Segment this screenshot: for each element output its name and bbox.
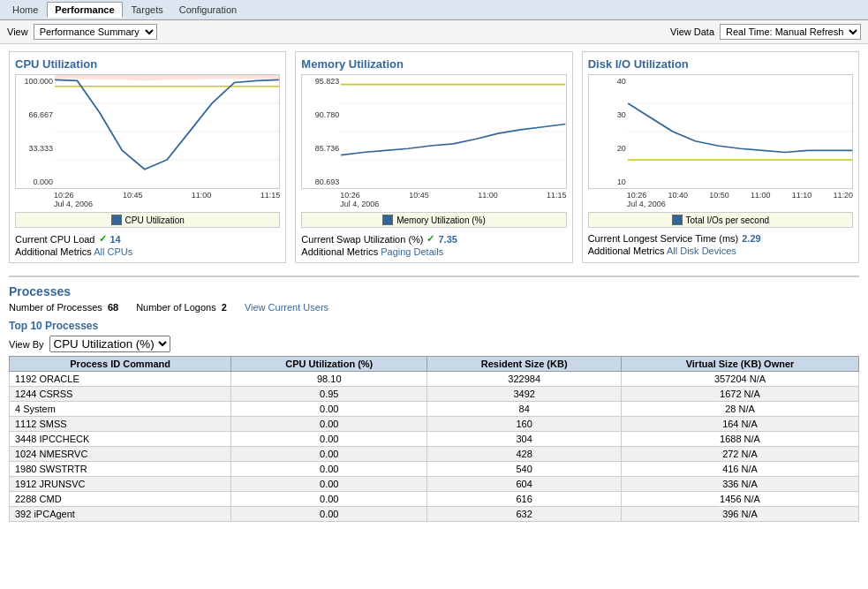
nav-tab-configuration[interactable]: Configuration bbox=[172, 3, 244, 17]
cpu-metric-label: Current CPU Load bbox=[15, 234, 95, 245]
table-cell-virtual_owner: 272 N/A bbox=[622, 447, 859, 462]
disk-additional-link[interactable]: All Disk Devices bbox=[667, 245, 736, 256]
processes-count-label: Number of Processes 68 bbox=[9, 302, 118, 313]
memory-x-labels: 10:26 10:45 11:00 11:15 bbox=[301, 189, 566, 200]
disk-metric-value[interactable]: 2.29 bbox=[742, 233, 760, 244]
disk-svg-area bbox=[628, 75, 852, 188]
memory-svg-area bbox=[341, 75, 565, 188]
disk-chart-title: Disk I/O Utilization bbox=[588, 57, 853, 71]
table-cell-virtual_owner: 28 N/A bbox=[622, 402, 859, 417]
table-cell-resident: 604 bbox=[427, 477, 622, 492]
view-current-users-link[interactable]: View Current Users bbox=[245, 302, 328, 313]
table-row: 392 iPCAgent0.00632396 N/A bbox=[10, 507, 859, 522]
nav-tab-home[interactable]: Home bbox=[5, 3, 45, 17]
table-row: 1112 SMSS0.00160164 N/A bbox=[10, 417, 859, 432]
processes-section-title: Processes bbox=[9, 284, 859, 298]
cpu-legend-label: CPU Utilization bbox=[125, 215, 185, 225]
main-content: CPU Utilization 100.000 66.667 33.333 0.… bbox=[0, 44, 868, 529]
memory-legend-color bbox=[382, 215, 393, 225]
table-cell-pid_cmd: 1912 JRUNSVC bbox=[10, 477, 231, 492]
table-header-row: Process ID Command CPU Utilization (%) R… bbox=[10, 357, 859, 372]
table-cell-pid_cmd: 4 System bbox=[10, 402, 231, 417]
view-by-label: View By bbox=[9, 339, 44, 350]
table-cell-resident: 3492 bbox=[427, 387, 622, 402]
table-row: 4 System0.008428 N/A bbox=[10, 402, 859, 417]
table-cell-cpu: 0.00 bbox=[231, 402, 427, 417]
table-row: 3448 IPCCHECK0.003041688 N/A bbox=[10, 432, 859, 447]
table-cell-pid_cmd: 1244 CSRSS bbox=[10, 387, 231, 402]
disk-metric-label: Current Longest Service Time (ms) bbox=[588, 233, 739, 244]
table-cell-virtual_owner: 1456 N/A bbox=[622, 492, 859, 507]
view-by-select[interactable]: CPU Utilization (%)MemoryVirtual Size bbox=[49, 336, 170, 352]
view-label: View bbox=[7, 26, 28, 37]
table-cell-resident: 160 bbox=[427, 417, 622, 432]
disk-metric: Current Longest Service Time (ms) 2.29 bbox=[588, 233, 853, 244]
cpu-x-labels: 10:26 10:45 11:00 11:15 bbox=[15, 189, 280, 200]
table-cell-cpu: 98.10 bbox=[231, 372, 427, 387]
toolbar-left: View Performance Summary bbox=[7, 24, 157, 40]
table-cell-virtual_owner: 164 N/A bbox=[622, 417, 859, 432]
cpu-y-labels: 100.000 66.667 33.333 0.000 bbox=[16, 75, 55, 188]
table-cell-cpu: 0.00 bbox=[231, 507, 427, 522]
cpu-additional-link[interactable]: All CPUs bbox=[94, 246, 132, 257]
table-row: 1192 ORACLE98.10322984357204 N/A bbox=[10, 372, 859, 387]
charts-row: CPU Utilization 100.000 66.667 33.333 0.… bbox=[9, 51, 859, 263]
memory-additional-link[interactable]: Paging Details bbox=[381, 246, 443, 257]
memory-date: Jul 4, 2006 bbox=[301, 200, 566, 208]
cpu-metric-value[interactable]: 14 bbox=[110, 234, 121, 245]
logons-count-value: 2 bbox=[222, 302, 227, 313]
col-header-virtual: Virtual Size (KB) Owner bbox=[622, 357, 859, 372]
cpu-chart-area: 100.000 66.667 33.333 0.000 bbox=[15, 74, 280, 189]
col-header-cpu: CPU Utilization (%) bbox=[231, 357, 427, 372]
table-cell-resident: 616 bbox=[427, 492, 622, 507]
nav-tab-targets[interactable]: Targets bbox=[125, 3, 170, 17]
memory-legend: Memory Utilization (%) bbox=[301, 212, 566, 228]
table-cell-virtual_owner: 336 N/A bbox=[622, 477, 859, 492]
table-row: 1912 JRUNSVC0.00604336 N/A bbox=[10, 477, 859, 492]
toolbar-right: View Data Real Time: Manual Refresh bbox=[670, 24, 861, 40]
col-header-pid-cmd: Process ID Command bbox=[10, 357, 231, 372]
table-cell-resident: 322984 bbox=[427, 372, 622, 387]
memory-metric-value[interactable]: 7.35 bbox=[438, 234, 457, 245]
table-cell-resident: 632 bbox=[427, 507, 622, 522]
table-cell-pid_cmd: 2288 CMD bbox=[10, 492, 231, 507]
cpu-svg-area bbox=[55, 75, 279, 188]
table-row: 1980 SWSTRTR0.00540416 N/A bbox=[10, 462, 859, 477]
view-select[interactable]: Performance Summary bbox=[34, 24, 157, 40]
processes-count-value: 68 bbox=[108, 302, 118, 313]
table-cell-cpu: 0.00 bbox=[231, 432, 427, 447]
memory-additional-metrics: Additional Metrics Paging Details bbox=[301, 246, 566, 257]
nav-tab-performance[interactable]: Performance bbox=[47, 2, 122, 18]
cpu-metric: Current CPU Load ✓ 14 bbox=[15, 233, 280, 245]
disk-legend-label: Total I/Os per second bbox=[686, 215, 770, 225]
table-cell-cpu: 0.00 bbox=[231, 492, 427, 507]
cpu-legend: CPU Utilization bbox=[15, 212, 280, 228]
disk-date: Jul 4, 2006 bbox=[588, 200, 853, 208]
table-row: 1244 CSRSS0.9534921672 N/A bbox=[10, 387, 859, 402]
table-cell-pid_cmd: 392 iPCAgent bbox=[10, 507, 231, 522]
col-header-resident: Resident Size (KB) bbox=[427, 357, 622, 372]
memory-metric-label: Current Swap Utilization (%) bbox=[301, 234, 423, 245]
table-cell-resident: 428 bbox=[427, 447, 622, 462]
table-row: 2288 CMD0.006161456 N/A bbox=[10, 492, 859, 507]
logons-count-label: Number of Logons 2 bbox=[136, 302, 227, 313]
disk-legend: Total I/Os per second bbox=[588, 212, 853, 228]
disk-legend-color bbox=[672, 215, 683, 225]
view-data-select[interactable]: Real Time: Manual Refresh bbox=[720, 24, 861, 40]
memory-y-labels: 95.823 90.780 85.736 80.693 bbox=[302, 75, 341, 188]
top10-title: Top 10 Processes bbox=[9, 320, 859, 332]
table-cell-pid_cmd: 3448 IPCCHECK bbox=[10, 432, 231, 447]
memory-chart-panel: Memory Utilization 95.823 90.780 85.736 … bbox=[295, 51, 572, 263]
table-cell-pid_cmd: 1192 ORACLE bbox=[10, 372, 231, 387]
table-cell-cpu: 0.95 bbox=[231, 387, 427, 402]
disk-chart-panel: Disk I/O Utilization 40 30 20 10 bbox=[582, 51, 859, 263]
cpu-date: Jul 4, 2006 bbox=[15, 200, 280, 208]
table-cell-resident: 540 bbox=[427, 462, 622, 477]
process-table: Process ID Command CPU Utilization (%) R… bbox=[9, 356, 859, 522]
cpu-check-icon: ✓ bbox=[99, 233, 107, 245]
memory-chart-area: 95.823 90.780 85.736 80.693 bbox=[301, 74, 566, 189]
view-by-row: View By CPU Utilization (%)MemoryVirtual… bbox=[9, 336, 859, 352]
table-cell-cpu: 0.00 bbox=[231, 462, 427, 477]
table-cell-resident: 84 bbox=[427, 402, 622, 417]
table-cell-pid_cmd: 1112 SMSS bbox=[10, 417, 231, 432]
